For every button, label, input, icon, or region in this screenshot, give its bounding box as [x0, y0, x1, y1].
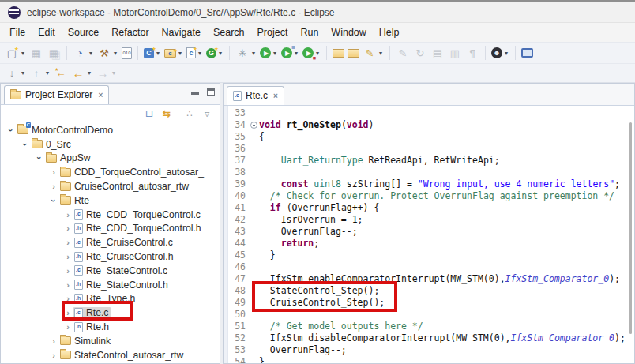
- code-line-54[interactable]: }: [259, 356, 634, 363]
- tree-item-label-wrap[interactable]: 0_Src: [31, 139, 73, 150]
- last-edit-button[interactable]: [52, 65, 70, 82]
- user-dropdown-icon[interactable]: [503, 50, 509, 57]
- line-number[interactable]: 53: [228, 344, 249, 356]
- tree-item-label-wrap[interactable]: Rte_CruiseControl.c: [73, 237, 175, 248]
- tree-item-label-wrap[interactable]: MotorControlDemo: [17, 125, 115, 136]
- menu-navigate[interactable]: Navigate: [156, 24, 207, 40]
- tree-item-label-wrap[interactable]: Simulink: [59, 336, 113, 347]
- launch-profile-button[interactable]: [71, 44, 96, 62]
- launch-profile-dropdown-icon[interactable]: [88, 50, 94, 57]
- open-folder-button[interactable]: [331, 47, 346, 59]
- code-line-49[interactable]: CruiseControl_Step();: [259, 297, 634, 309]
- tree-item-cdd-torquecontrol-autosar[interactable]: CDD_TorqueControl_autosar_: [1, 165, 220, 179]
- code-line-45[interactable]: }: [259, 250, 634, 261]
- tree-item-label-wrap[interactable]: Rte.h: [73, 321, 111, 332]
- user-button[interactable]: [490, 46, 511, 60]
- chevron-right-icon[interactable]: [62, 322, 73, 332]
- next-annotation-dropdown-icon[interactable]: [20, 69, 26, 77]
- new-make-button[interactable]: [205, 47, 225, 60]
- menu-edit[interactable]: Edit: [32, 24, 62, 40]
- chevron-right-icon[interactable]: [62, 223, 73, 233]
- chevron-down-icon[interactable]: [34, 153, 45, 163]
- external-tools-button[interactable]: [301, 46, 322, 60]
- tab-project-explorer[interactable]: Project Explorer: [4, 85, 109, 104]
- tree-item-label-wrap[interactable]: Rte_StateControl.c: [73, 265, 170, 276]
- line-number[interactable]: 35: [228, 131, 249, 143]
- minimize-view-icon[interactable]: [191, 92, 199, 95]
- chevron-right-icon[interactable]: [48, 182, 59, 191]
- tree-item-rte-cdd-torquecontrol-c[interactable]: Rte_CDD_TorqueControl.c: [1, 208, 220, 222]
- line-number[interactable]: 48: [228, 285, 249, 297]
- back-button[interactable]: [70, 65, 94, 82]
- tree-item-rte[interactable]: Rte: [1, 193, 220, 208]
- new-c-folder-dropdown-icon[interactable]: [177, 50, 183, 57]
- line-number[interactable]: 44: [228, 238, 249, 250]
- code-line-41[interactable]: if (OverrunFlag++) {: [259, 202, 634, 214]
- tree-item-label-wrap[interactable]: Rte_Type.h: [73, 293, 137, 304]
- line-number[interactable]: 42: [228, 214, 249, 226]
- menu-window[interactable]: Window: [325, 24, 372, 40]
- menu-project[interactable]: Project: [251, 24, 295, 40]
- tree-item-rte-type-h[interactable]: Rte_Type.h: [1, 292, 220, 306]
- chevron-down-icon[interactable]: [48, 196, 59, 205]
- code-area[interactable]: void rt_OneStep(void){ Uart_ReturnType R…: [259, 106, 634, 363]
- line-number[interactable]: 41: [228, 202, 249, 214]
- link-with-editor-icon[interactable]: [160, 107, 173, 120]
- tree-item-label-wrap[interactable]: Rte: [59, 195, 92, 206]
- code-line-34[interactable]: void rt_OneStep(void): [259, 119, 634, 131]
- run-dropdown-icon[interactable]: [272, 50, 278, 57]
- code-line-53[interactable]: OverrunFlag--;: [259, 344, 634, 356]
- new-wizard-button[interactable]: [3, 44, 28, 62]
- new-c-source-button[interactable]: [142, 47, 163, 60]
- prev-annotation-button[interactable]: [28, 65, 52, 82]
- chevron-right-icon[interactable]: [62, 294, 73, 303]
- code-line-46[interactable]: [259, 261, 634, 273]
- menu-file[interactable]: File: [3, 24, 32, 40]
- menu-help[interactable]: Help: [373, 24, 406, 40]
- tree-item-rte-c[interactable]: Rte.c: [1, 306, 220, 320]
- new-c-class-button[interactable]: [185, 46, 205, 60]
- view-menu-dropdown-icon[interactable]: [201, 107, 213, 120]
- line-number[interactable]: 38: [228, 167, 249, 178]
- code-line-43[interactable]: OverrunFlag--;: [259, 226, 634, 238]
- code-line-40[interactable]: /* Check for overrun. Protect OverrunFla…: [259, 190, 634, 202]
- tree-item-rte-h[interactable]: Rte.h: [1, 320, 220, 334]
- tree-item-label-wrap[interactable]: AppSw: [45, 152, 93, 163]
- tree-item-cruisecontrol-autosar-rtw[interactable]: CruiseControl_autosar_rtw: [1, 179, 220, 193]
- build-dropdown-icon[interactable]: [112, 50, 118, 57]
- debug-dropdown-icon[interactable]: [250, 50, 257, 57]
- line-number[interactable]: 43: [228, 226, 249, 238]
- line-number[interactable]: 54: [228, 356, 249, 363]
- console-button[interactable]: [520, 47, 535, 59]
- code-line-36[interactable]: [259, 143, 634, 155]
- tree-item-label-wrap[interactable]: Rte_CruiseControl.h: [73, 251, 175, 262]
- run-button[interactable]: [258, 46, 280, 60]
- new-c-class-dropdown-icon[interactable]: [197, 50, 203, 57]
- tree-item-rte-cruisecontrol-c[interactable]: Rte_CruiseControl.c: [1, 235, 220, 250]
- line-number[interactable]: 33: [228, 107, 249, 119]
- folding-ruler[interactable]: [249, 106, 259, 363]
- line-number[interactable]: 49: [228, 297, 249, 309]
- chevron-right-icon[interactable]: [48, 336, 59, 346]
- tree-item-rte-statecontrol-c[interactable]: Rte_StateControl.c: [1, 264, 220, 278]
- menu-refactor[interactable]: Refactor: [105, 24, 155, 40]
- chevron-right-icon[interactable]: [62, 252, 73, 261]
- tree-item-appsw[interactable]: AppSw: [1, 152, 220, 166]
- tree-item-label-wrap[interactable]: CruiseControl_autosar_rtw: [59, 181, 191, 192]
- code-line-37[interactable]: Uart_ReturnType RetReadApi, RetWriteApi;: [259, 155, 634, 167]
- tree-item-rte-cruisecontrol-h[interactable]: Rte_CruiseControl.h: [1, 250, 220, 264]
- back-dropdown-icon[interactable]: [86, 69, 92, 77]
- line-number[interactable]: 37: [228, 155, 249, 167]
- line-number[interactable]: 45: [228, 250, 249, 261]
- chevron-right-icon[interactable]: [62, 280, 73, 290]
- chevron-right-icon[interactable]: [62, 308, 73, 317]
- line-number[interactable]: 47: [228, 273, 249, 285]
- menu-source[interactable]: Source: [62, 24, 106, 40]
- tree-item-rte-cdd-torquecontrol-h[interactable]: Rte_CDD_TorqueControl.h: [1, 222, 220, 236]
- maximize-view-icon[interactable]: [207, 88, 215, 96]
- new-c-folder-button[interactable]: [163, 47, 185, 59]
- tree-item-rte-statecontrol-h[interactable]: Rte_StateControl.h: [1, 278, 220, 292]
- tree-item-label-wrap[interactable]: StateControl_autosar_rtw: [59, 350, 186, 361]
- collapse-all-icon[interactable]: [143, 107, 156, 120]
- code-line-47[interactable]: IfxStm_enableComparatorInterrupt(MW_STM(…: [259, 273, 634, 285]
